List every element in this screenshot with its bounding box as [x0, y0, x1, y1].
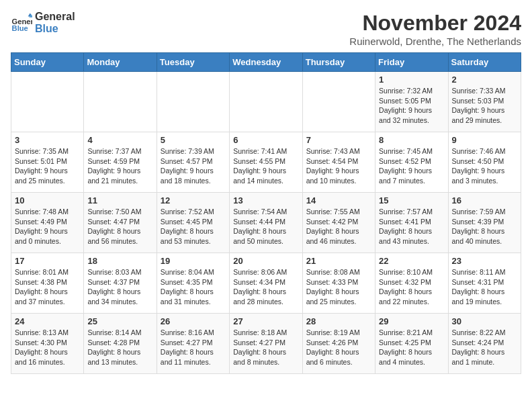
- day-number: 25: [87, 316, 152, 326]
- svg-text:Blue: Blue: [12, 24, 28, 32]
- day-info: Sunrise: 7:50 AM Sunset: 4:47 PM Dayligh…: [87, 207, 152, 246]
- day-info: Sunrise: 7:33 AM Sunset: 5:03 PM Dayligh…: [452, 86, 517, 126]
- calendar-cell: 17Sunrise: 8:01 AM Sunset: 4:38 PM Dayli…: [11, 253, 84, 314]
- day-info: Sunrise: 7:54 AM Sunset: 4:44 PM Dayligh…: [233, 207, 298, 246]
- day-info: Sunrise: 8:19 AM Sunset: 4:26 PM Dayligh…: [306, 328, 371, 367]
- calendar-cell: [157, 72, 229, 132]
- calendar-cell: 16Sunrise: 7:59 AM Sunset: 4:39 PM Dayli…: [448, 193, 521, 253]
- day-info: Sunrise: 7:55 AM Sunset: 4:42 PM Dayligh…: [306, 207, 371, 246]
- day-info: Sunrise: 8:04 AM Sunset: 4:35 PM Dayligh…: [161, 267, 226, 307]
- day-number: 13: [233, 195, 298, 205]
- logo-blue: Blue: [35, 23, 75, 35]
- day-info: Sunrise: 8:22 AM Sunset: 4:24 PM Dayligh…: [452, 328, 517, 367]
- day-number: 9: [452, 135, 517, 145]
- day-info: Sunrise: 8:14 AM Sunset: 4:28 PM Dayligh…: [87, 328, 152, 367]
- weekday-header: Tuesday: [157, 53, 229, 72]
- calendar-table: SundayMondayTuesdayWednesdayThursdayFrid…: [11, 52, 521, 374]
- day-number: 26: [161, 316, 226, 326]
- day-info: Sunrise: 7:52 AM Sunset: 4:45 PM Dayligh…: [161, 207, 226, 246]
- location-subtitle: Ruinerwold, Drenthe, The Netherlands: [349, 36, 521, 47]
- weekday-header: Wednesday: [230, 53, 302, 72]
- day-number: 18: [87, 256, 152, 266]
- calendar-cell: 5Sunrise: 7:39 AM Sunset: 4:57 PM Daylig…: [157, 132, 229, 193]
- day-info: Sunrise: 8:06 AM Sunset: 4:34 PM Dayligh…: [233, 267, 298, 307]
- calendar-cell: 3Sunrise: 7:35 AM Sunset: 5:01 PM Daylig…: [11, 132, 84, 193]
- day-info: Sunrise: 7:43 AM Sunset: 4:54 PM Dayligh…: [306, 146, 371, 186]
- calendar-cell: 21Sunrise: 8:08 AM Sunset: 4:33 PM Dayli…: [302, 253, 375, 314]
- day-info: Sunrise: 7:37 AM Sunset: 4:59 PM Dayligh…: [87, 146, 152, 186]
- day-number: 1: [379, 75, 444, 85]
- day-number: 16: [452, 195, 517, 205]
- calendar-cell: 10Sunrise: 7:48 AM Sunset: 4:49 PM Dayli…: [11, 193, 84, 253]
- day-info: Sunrise: 7:32 AM Sunset: 5:05 PM Dayligh…: [379, 86, 444, 126]
- day-number: 14: [306, 195, 371, 205]
- day-number: 17: [15, 256, 80, 266]
- calendar-cell: 20Sunrise: 8:06 AM Sunset: 4:34 PM Dayli…: [230, 253, 302, 314]
- calendar-cell: 12Sunrise: 7:52 AM Sunset: 4:45 PM Dayli…: [157, 193, 229, 253]
- calendar-cell: 6Sunrise: 7:41 AM Sunset: 4:55 PM Daylig…: [230, 132, 302, 193]
- calendar-cell: 26Sunrise: 8:16 AM Sunset: 4:27 PM Dayli…: [157, 314, 229, 374]
- calendar-cell: 24Sunrise: 8:13 AM Sunset: 4:30 PM Dayli…: [11, 314, 84, 374]
- calendar-cell: 18Sunrise: 8:03 AM Sunset: 4:37 PM Dayli…: [84, 253, 157, 314]
- calendar-cell: 25Sunrise: 8:14 AM Sunset: 4:28 PM Dayli…: [84, 314, 157, 374]
- day-number: 10: [15, 195, 80, 205]
- day-number: 7: [306, 135, 371, 145]
- weekday-header: Friday: [375, 53, 448, 72]
- title-area: November 2024 Ruinerwold, Drenthe, The N…: [349, 11, 521, 47]
- header: General Blue General Blue November 2024 …: [11, 11, 521, 47]
- calendar-cell: 30Sunrise: 8:22 AM Sunset: 4:24 PM Dayli…: [448, 314, 521, 374]
- calendar-cell: 13Sunrise: 7:54 AM Sunset: 4:44 PM Dayli…: [230, 193, 302, 253]
- calendar-cell: 15Sunrise: 7:57 AM Sunset: 4:41 PM Dayli…: [375, 193, 448, 253]
- day-number: 15: [379, 195, 444, 205]
- day-info: Sunrise: 8:11 AM Sunset: 4:31 PM Dayligh…: [452, 267, 517, 307]
- day-info: Sunrise: 7:41 AM Sunset: 4:55 PM Dayligh…: [233, 146, 298, 186]
- weekday-header: Sunday: [11, 53, 84, 72]
- calendar-cell: 19Sunrise: 8:04 AM Sunset: 4:35 PM Dayli…: [157, 253, 229, 314]
- day-info: Sunrise: 7:39 AM Sunset: 4:57 PM Dayligh…: [161, 146, 226, 186]
- calendar-cell: 28Sunrise: 8:19 AM Sunset: 4:26 PM Dayli…: [302, 314, 375, 374]
- weekday-header: Thursday: [302, 53, 375, 72]
- day-number: 6: [233, 135, 298, 145]
- day-number: 20: [233, 256, 298, 266]
- calendar-cell: 11Sunrise: 7:50 AM Sunset: 4:47 PM Dayli…: [84, 193, 157, 253]
- day-number: 4: [87, 135, 152, 145]
- day-info: Sunrise: 8:01 AM Sunset: 4:38 PM Dayligh…: [15, 267, 80, 307]
- day-number: 5: [161, 135, 226, 145]
- logo: General Blue General Blue: [11, 11, 75, 34]
- calendar-cell: 4Sunrise: 7:37 AM Sunset: 4:59 PM Daylig…: [84, 132, 157, 193]
- day-info: Sunrise: 7:57 AM Sunset: 4:41 PM Dayligh…: [379, 207, 444, 246]
- day-number: 21: [306, 256, 371, 266]
- day-info: Sunrise: 8:18 AM Sunset: 4:27 PM Dayligh…: [233, 328, 298, 367]
- calendar-cell: 2Sunrise: 7:33 AM Sunset: 5:03 PM Daylig…: [448, 72, 521, 132]
- day-number: 22: [379, 256, 444, 266]
- day-number: 27: [233, 316, 298, 326]
- weekday-header: Saturday: [448, 53, 521, 72]
- calendar-cell: 1Sunrise: 7:32 AM Sunset: 5:05 PM Daylig…: [375, 72, 448, 132]
- day-info: Sunrise: 7:48 AM Sunset: 4:49 PM Dayligh…: [15, 207, 80, 246]
- calendar-cell: 14Sunrise: 7:55 AM Sunset: 4:42 PM Dayli…: [302, 193, 375, 253]
- day-info: Sunrise: 8:13 AM Sunset: 4:30 PM Dayligh…: [15, 328, 80, 367]
- calendar-cell: 8Sunrise: 7:45 AM Sunset: 4:52 PM Daylig…: [375, 132, 448, 193]
- weekday-header: Monday: [84, 53, 157, 72]
- day-number: 2: [452, 75, 517, 85]
- day-number: 19: [161, 256, 226, 266]
- calendar-cell: 23Sunrise: 8:11 AM Sunset: 4:31 PM Dayli…: [448, 253, 521, 314]
- day-number: 3: [15, 135, 80, 145]
- calendar-cell: [230, 72, 302, 132]
- calendar-cell: 29Sunrise: 8:21 AM Sunset: 4:25 PM Dayli…: [375, 314, 448, 374]
- calendar-cell: [84, 72, 157, 132]
- day-number: 24: [15, 316, 80, 326]
- calendar-cell: 27Sunrise: 8:18 AM Sunset: 4:27 PM Dayli…: [230, 314, 302, 374]
- day-info: Sunrise: 7:59 AM Sunset: 4:39 PM Dayligh…: [452, 207, 517, 246]
- day-info: Sunrise: 8:21 AM Sunset: 4:25 PM Dayligh…: [379, 328, 444, 367]
- day-number: 11: [87, 195, 152, 205]
- calendar-cell: [11, 72, 84, 132]
- logo-general: General: [35, 11, 75, 23]
- day-info: Sunrise: 8:03 AM Sunset: 4:37 PM Dayligh…: [87, 267, 152, 307]
- day-info: Sunrise: 7:45 AM Sunset: 4:52 PM Dayligh…: [379, 146, 444, 186]
- calendar-cell: [302, 72, 375, 132]
- month-title: November 2024: [349, 11, 521, 36]
- day-info: Sunrise: 8:16 AM Sunset: 4:27 PM Dayligh…: [161, 328, 226, 367]
- day-info: Sunrise: 8:10 AM Sunset: 4:32 PM Dayligh…: [379, 267, 444, 307]
- day-info: Sunrise: 7:46 AM Sunset: 4:50 PM Dayligh…: [452, 146, 517, 186]
